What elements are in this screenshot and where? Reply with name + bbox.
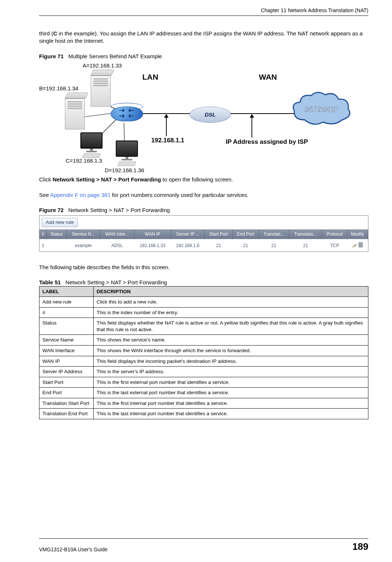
delete-icon[interactable] [358,242,363,247]
row-label: WAN IP [39,356,94,367]
cell-service: example [67,239,100,252]
see-pre: See [39,192,50,198]
table-row: WAN IPThis field displays the incoming p… [39,356,368,367]
table-row: Translation Start PortThis is the first … [39,398,368,409]
footer-guide-name: VMG1312-B10A User's Guide [39,547,108,552]
appendix-link[interactable]: Appendix F on page 361 [50,192,110,198]
figure72-title: Network Setting > NAT > Port Forwarding [68,207,170,213]
table-row: End PortThis is the last external port n… [39,388,368,398]
click-post: to open the following screen. [161,176,233,183]
cell-status [46,239,67,252]
device-pc-d [113,140,141,166]
row-label: Start Port [39,377,94,388]
cell-t2: 21 [289,239,322,252]
cell-serverip: 192.168.1.6 [171,239,205,252]
col-status: Status [46,229,67,239]
svg-line-1 [83,113,113,117]
figure72-caption: Figure 72 Network Setting > NAT > Port F… [39,207,368,213]
dsl-label: DSL [205,111,216,118]
row-desc: This is the index number of the entry. [94,307,368,318]
row-desc: This is the server's IP address. [94,367,368,377]
col-protocol: Protocol [322,229,347,239]
nat-topology-diagram: A=192.168.1.33 B=192.168.1.34 LAN WAN 19… [39,62,353,172]
device-dsl-modem: DSL [190,104,230,124]
internet-cloud-label: INTERNET [305,106,339,113]
cell-modify [347,239,368,252]
device-server-b [65,93,85,129]
col-wan-interface: WAN Inter... [100,229,134,239]
col-num: # [39,229,46,239]
page-footer: VMG1312-B10A User's Guide 189 [39,538,368,552]
port-forwarding-table: # Status Service N... WAN Inter... WAN I… [39,229,368,251]
cell-sport: 21 [205,239,233,252]
table-row: #This is the index number of the entry. [39,307,368,318]
cell-proto: TCP [322,239,347,252]
row-label: End Port [39,388,94,398]
table51-title: Network Setting > NAT > Port Forwarding [65,279,167,285]
cell-wanip: 192.168.1.33 [134,239,171,252]
edit-icon[interactable] [352,242,357,247]
field-description-table: LABEL DESCRIPTION Add new ruleClick this… [39,286,368,419]
row-label: Status [39,318,94,335]
desc-head-label: LABEL [39,287,94,297]
row-label: Add new rule [39,297,94,308]
row-label: Service Name [39,335,94,346]
col-wan-ip: WAN IP [134,229,171,239]
figure71-caption: Figure 71 Multiple Servers Behind NAT Ex… [39,53,368,59]
row-desc: This is the first internal port number t… [94,398,368,409]
table-row: 1 example ADSL 192.168.1.33 192.168.1.6 … [39,239,368,252]
row-desc: This shows the WAN interface through whi… [94,345,368,356]
device-router [111,103,144,125]
header-rule [39,15,368,16]
device-server-a [91,70,111,106]
table-intro: The following table describes the fields… [39,264,368,271]
arrow-gateway [166,117,167,136]
table-row: Translation End PortThis is the last int… [39,409,368,419]
see-appendix: See Appendix F on page 361 for port numb… [39,191,368,199]
table51-number: Table 51 [39,279,61,285]
cell-eport: 21 [233,239,259,252]
col-end-port: End Port [233,229,259,239]
row-desc: This is the first external port number t… [94,377,368,388]
cell-t1: 21 [259,239,289,252]
click-pre: Click [39,176,53,183]
col-trans-start: Translati... [259,229,289,239]
table-row: Start PortThis is the first external por… [39,377,368,388]
page-number: 189 [353,541,368,552]
row-label: # [39,307,94,318]
see-post: for port numbers commonly used for parti… [111,192,249,198]
row-label: Translation End Port [39,409,94,419]
intro-text-post: in the example). You assign the LAN IP a… [39,30,362,44]
table51-caption: Table 51 Network Setting > NAT > Port Fo… [39,279,368,285]
row-desc: This is the last internal port number th… [94,409,368,419]
row-desc: Click this to add a new rule. [94,297,368,308]
row-desc: This shows the service's name. [94,335,368,346]
click-instruction: Click Network Setting > NAT > Port Forwa… [39,176,368,183]
col-modify: Modify [347,229,368,239]
row-label: Server IP Address [39,367,94,377]
table-row: StatusThis field displays whether the NA… [39,318,368,335]
intro-bold-c: C [53,30,57,37]
cell-num: 1 [39,239,46,252]
figure71-number: Figure 71 [39,53,64,59]
port-forwarding-screenshot: Add new rule # Status Service N... WAN I… [39,215,368,252]
chapter-header: Chapter 11 Network Address Translation (… [39,7,368,13]
arrow-isp [251,117,252,138]
internet-cloud: INTERNET [290,90,353,131]
row-desc: This field displays the incoming packet'… [94,356,368,367]
click-path: Network Setting > NAT > Port Forwarding [53,176,161,183]
device-pc-c [77,132,105,158]
figure72-number: Figure 72 [39,207,64,213]
table-row: Add new ruleClick this to add a new rule… [39,297,368,308]
intro-text-pre: third ( [39,30,53,37]
intro-paragraph: third (C in the example). You assign the… [39,30,368,45]
table-row: Service NameThis shows the service's nam… [39,335,368,346]
row-desc: This field displays whether the NAT rule… [94,318,368,335]
row-desc: This is the last external port number th… [94,388,368,398]
col-start-port: Start Port [205,229,233,239]
col-server-ip: Server IP ... [171,229,205,239]
figure71-title: Multiple Servers Behind NAT Example [68,53,162,59]
row-label: WAN Interface [39,345,94,356]
add-new-rule-button[interactable]: Add new rule [42,218,78,227]
col-service: Service N... [67,229,100,239]
